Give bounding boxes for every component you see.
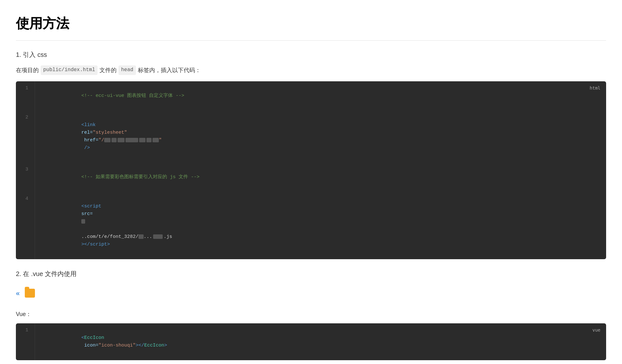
page-title: 使用方法 (16, 13, 606, 34)
line-num-2: 2 (16, 111, 35, 163)
section-2: 2. 在 .vue 文件内使用 « Vue： vue 1 <EccIcon ic… (16, 269, 606, 364)
line-num-1: 1 (16, 81, 35, 111)
line-code-4: <script src= ..com/t/e/font_3282/....js … (35, 192, 606, 259)
page-container: 使用方法 1. 引入 css 在项目的 public/index.html 文件… (0, 0, 622, 364)
code-vue-attr: icon= (81, 343, 98, 348)
code-src-url: ..com/t/e/font_3282/....js (81, 234, 172, 239)
desc-suffix: 标签内，插入以下代码： (138, 66, 201, 75)
code-tag-script: <script (81, 204, 104, 209)
code-block-1: html 1 <!-- ecc-ui-vue 图表按钮 自定义字体 --> 2 … (16, 81, 606, 259)
section-1-heading: 1. 引入 css (16, 50, 606, 60)
code-attr-src: src= (81, 211, 93, 217)
line-code-1: <!-- ecc-ui-vue 图表按钮 自定义字体 --> (35, 81, 606, 111)
section-divider (16, 40, 606, 41)
line-code-3: <!-- 如果需要彩色图标需要引入对应的 js 文件 --> (35, 163, 606, 192)
code-attr-href: href= (81, 138, 98, 143)
code-vue-close1: ></ (136, 343, 144, 348)
code-row-1: 1 <!-- ecc-ui-vue 图表按钮 自定义字体 --> (16, 81, 606, 111)
line-num-4: 4 (16, 192, 35, 259)
desc-file-code: public/index.html (41, 65, 98, 75)
arrows-icon: « (16, 288, 20, 299)
code-block-vue-label: vue (592, 327, 600, 334)
code-vue-component: EccIcon (84, 335, 104, 340)
code-vue-close2: > (164, 343, 167, 348)
section-1: 1. 引入 css 在项目的 public/index.html 文件的 hea… (16, 50, 606, 259)
code-tag-close-link: /> (81, 145, 90, 151)
section-1-description: 在项目的 public/index.html 文件的 head 标签内，插入以下… (16, 65, 606, 75)
code-block-1-label: html (590, 84, 600, 91)
code-tag-script-close: ></script> (81, 242, 110, 247)
desc-middle: 文件的 (99, 66, 117, 75)
section-2-heading: 2. 在 .vue 文件内使用 (16, 269, 606, 279)
code-vue-open-bracket: < (81, 335, 84, 340)
line-code-2: <link rel="stylesheet" href="/" /> (35, 111, 606, 163)
code-str-href: "/" (98, 138, 162, 143)
desc-tag-code: head (118, 65, 136, 75)
code-table-1: 1 <!-- ecc-ui-vue 图表按钮 自定义字体 --> 2 <link… (16, 81, 606, 259)
code-str-rel: "stylesheet" (93, 130, 127, 135)
desc-prefix: 在项目的 (16, 66, 39, 75)
code-table-vue: 1 <EccIcon icon="icon-shouqi"></EccIcon> (16, 323, 606, 360)
code-vue-attr-val: "icon-shouqi" (98, 343, 136, 348)
vue-label: Vue： (16, 310, 606, 319)
code-row-2: 2 <link rel="stylesheet" href="/" /> (16, 111, 606, 163)
code-vue-component2: EccIcon (144, 343, 164, 348)
code-tag-link: <link (81, 122, 98, 128)
line-num-3: 3 (16, 163, 35, 192)
code-comment-1: <!-- ecc-ui-vue 图表按钮 自定义字体 --> (81, 93, 184, 98)
vue-line-code: <EccIcon icon="icon-shouqi"></EccIcon> (35, 323, 606, 360)
icon-demo-area: « (16, 285, 606, 302)
code-attr-rel: rel= (81, 130, 93, 135)
vue-line-num: 1 (16, 323, 35, 360)
code-block-vue: vue 1 <EccIcon icon="icon-shouqi"></EccI… (16, 323, 606, 360)
folder-icon (25, 289, 35, 298)
code-row-4: 4 <script src= ..com/t/e/font_3282/....j… (16, 192, 606, 259)
code-row-3: 3 <!-- 如果需要彩色图标需要引入对应的 js 文件 --> (16, 163, 606, 192)
code-row-vue-1: 1 <EccIcon icon="icon-shouqi"></EccIcon> (16, 323, 606, 360)
code-comment-2: <!-- 如果需要彩色图标需要引入对应的 js 文件 --> (81, 174, 199, 180)
